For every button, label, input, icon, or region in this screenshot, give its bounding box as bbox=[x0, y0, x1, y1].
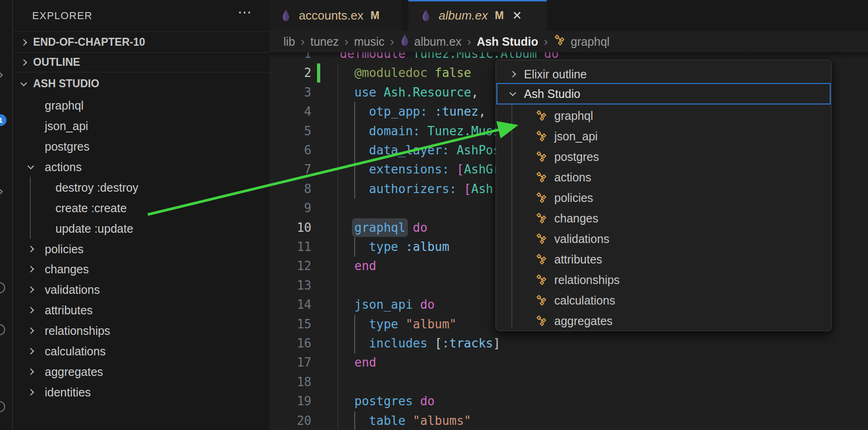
close-icon[interactable]: ✕ bbox=[512, 9, 522, 22]
picker-item-label: json_api bbox=[554, 130, 598, 143]
chevron-down-icon bbox=[21, 79, 27, 86]
tree-item-label: identities bbox=[45, 386, 91, 399]
code-line-17[interactable]: 17 end bbox=[269, 353, 868, 372]
chevron-right-icon bbox=[28, 368, 34, 375]
tree-item-update-update[interactable]: update :update bbox=[13, 218, 269, 239]
picker-item-validations[interactable]: validations bbox=[496, 229, 831, 249]
line-number: 5 bbox=[269, 122, 311, 141]
tab-album-ex[interactable]: album.ex M ✕ bbox=[408, 0, 547, 31]
line-text: includes [:tracks] bbox=[340, 334, 500, 353]
picker-item-label: postgres bbox=[554, 150, 599, 164]
indent-guide bbox=[30, 177, 31, 239]
tree-item-label: json_api bbox=[45, 119, 88, 133]
picker-item-postgres[interactable]: postgres bbox=[496, 146, 831, 167]
breadcrumb-shadow bbox=[269, 52, 868, 59]
section-end-of-chapter-10[interactable]: END-OF-CHAPTER-10 bbox=[13, 31, 269, 53]
tree-item-calculations[interactable]: calculations bbox=[13, 341, 269, 361]
git-added-gutter-marker bbox=[317, 63, 320, 83]
tree-item-changes[interactable]: changes bbox=[13, 259, 269, 279]
picker-item-aggregates[interactable]: aggregates bbox=[496, 311, 831, 331]
chevron-down-icon bbox=[28, 163, 34, 169]
code-line-18[interactable]: 18 bbox=[269, 373, 868, 392]
breadcrumb-item-ash-studio[interactable]: Ash Studio bbox=[477, 35, 538, 49]
breadcrumb: lib›tunez›music›album.ex›Ash Studio›grap… bbox=[269, 31, 868, 52]
picker-item-label: aggregates bbox=[554, 314, 613, 328]
breadcrumb-separator: › bbox=[544, 35, 548, 49]
line-number: 9 bbox=[269, 199, 311, 218]
line-number: 18 bbox=[269, 373, 311, 392]
breadcrumb-separator: › bbox=[390, 35, 394, 49]
tree-item-identities[interactable]: identities bbox=[13, 382, 269, 402]
picker-item-graphql[interactable]: graphql bbox=[496, 105, 831, 126]
section-label: OUTLINE bbox=[33, 56, 80, 69]
line-text: postgres do bbox=[340, 392, 435, 411]
line-number: 13 bbox=[269, 276, 311, 295]
activity-bar: 1 bbox=[0, 0, 13, 430]
tree-item-postgres[interactable]: postgres bbox=[13, 136, 269, 157]
ash-dsl-icon bbox=[535, 151, 548, 163]
picker-item-actions[interactable]: actions bbox=[496, 167, 831, 187]
tree-item-policies[interactable]: policies bbox=[13, 239, 269, 259]
picker-row-elixir-outline[interactable]: Elixir outline bbox=[496, 64, 831, 84]
picker-item-changes[interactable]: changes bbox=[496, 208, 831, 229]
breadcrumb-item-lib[interactable]: lib bbox=[283, 35, 295, 49]
section-label: ASH STUDIO bbox=[33, 77, 99, 90]
picker-item-label: calculations bbox=[554, 294, 615, 307]
picker-item-json_api[interactable]: json_api bbox=[496, 126, 831, 146]
tree-item-attributes[interactable]: attributes bbox=[13, 300, 269, 320]
breadcrumb-label: tunez bbox=[310, 35, 339, 49]
explorer-title: EXPLORER bbox=[13, 0, 269, 31]
section-outline[interactable]: OUTLINE bbox=[13, 52, 269, 72]
activity-icon-fragment[interactable] bbox=[0, 282, 5, 293]
activity-icon-fragment[interactable] bbox=[0, 188, 3, 195]
line-text: type :album bbox=[340, 237, 449, 257]
tree-item-validations[interactable]: validations bbox=[13, 279, 269, 300]
picker-item-relationships[interactable]: relationships bbox=[496, 270, 831, 290]
ash-dsl-icon bbox=[535, 212, 548, 225]
tree-item-relationships[interactable]: relationships bbox=[13, 320, 269, 341]
line-number: 2 bbox=[269, 63, 311, 83]
line-number: 8 bbox=[269, 180, 311, 199]
picker-item-policies[interactable]: policies bbox=[496, 187, 831, 208]
picker-row-label: Ash Studio bbox=[524, 87, 580, 101]
tree-item-create-create[interactable]: create :create bbox=[13, 198, 269, 218]
picker-item-calculations[interactable]: calculations bbox=[496, 290, 831, 311]
tab-separator bbox=[402, 0, 408, 31]
tab-label: accounts.ex bbox=[299, 8, 364, 23]
line-number: 6 bbox=[269, 141, 311, 160]
breadcrumb-item-album-ex[interactable]: album.ex bbox=[400, 34, 462, 50]
section-label: END-OF-CHAPTER-10 bbox=[33, 36, 145, 49]
tree-item-graphql[interactable]: graphql bbox=[13, 95, 269, 116]
line-number: 3 bbox=[269, 83, 311, 102]
picker-item-label: actions bbox=[554, 171, 591, 184]
section-ash-studio[interactable]: ASH STUDIO bbox=[13, 72, 269, 95]
more-actions-icon[interactable]: ⋯ bbox=[238, 4, 252, 20]
breadcrumb-item-music[interactable]: music bbox=[354, 35, 385, 49]
code-line-19[interactable]: 19 postgres do bbox=[269, 392, 868, 411]
line-number: 12 bbox=[269, 257, 311, 276]
picker-row-ash-studio[interactable]: Ash Studio bbox=[496, 83, 831, 104]
line-text: use Ash.Resource, bbox=[340, 83, 478, 102]
tree-item-actions[interactable]: actions bbox=[13, 157, 269, 177]
breadcrumb-item-graphql[interactable]: graphql bbox=[553, 34, 609, 49]
tab-accounts-ex[interactable]: accounts.ex M bbox=[269, 0, 402, 31]
line-text: type "album" bbox=[340, 315, 456, 334]
ash-dsl-icon bbox=[535, 233, 548, 245]
tree-item-json-api[interactable]: json_api bbox=[13, 116, 269, 136]
tree-item-destroy-destroy[interactable]: destroy :destroy bbox=[13, 177, 269, 198]
ash-dsl-icon bbox=[535, 274, 548, 286]
chevron-right-icon bbox=[28, 307, 34, 313]
activity-icon-fragment[interactable] bbox=[0, 401, 5, 412]
line-number: 7 bbox=[269, 160, 311, 179]
activity-icon-fragment[interactable] bbox=[0, 324, 5, 335]
source-control-badge[interactable]: 1 bbox=[0, 114, 7, 126]
activity-icon-fragment[interactable] bbox=[0, 72, 3, 78]
breadcrumb-item-tunez[interactable]: tunez bbox=[310, 35, 339, 49]
code-line-16[interactable]: 16 includes [:tracks] bbox=[269, 334, 868, 353]
line-text: graphql do bbox=[340, 218, 427, 237]
code-line-20[interactable]: 20 table "albums" bbox=[269, 411, 868, 430]
chevron-right-icon bbox=[28, 286, 34, 293]
picker-item-attributes[interactable]: attributes bbox=[496, 249, 831, 270]
tree-item-aggregates[interactable]: aggregates bbox=[13, 361, 269, 382]
line-text: end bbox=[340, 353, 376, 372]
